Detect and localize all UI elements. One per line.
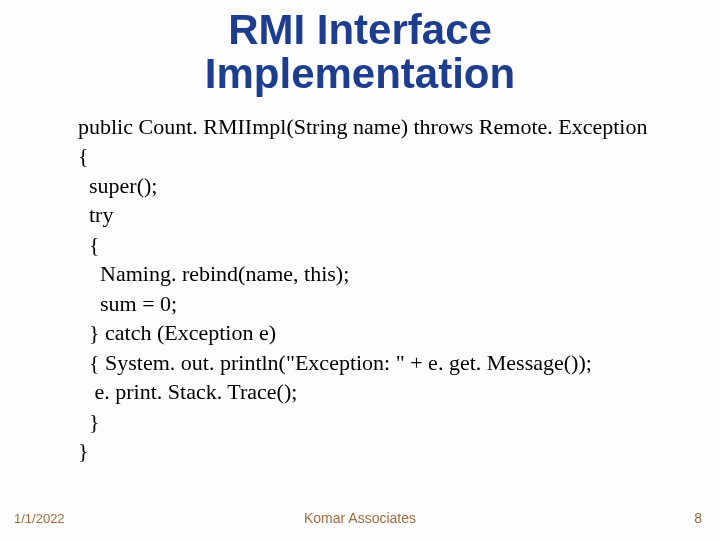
code-snippet: public Count. RMIImpl(String name) throw… — [78, 112, 678, 466]
page-title: RMI Interface Implementation — [0, 0, 720, 96]
slide: RMI Interface Implementation public Coun… — [0, 0, 720, 540]
footer-author: Komar Associates — [0, 510, 720, 526]
title-line-2: Implementation — [205, 50, 515, 97]
footer-page-number: 8 — [694, 510, 702, 526]
title-line-1: RMI Interface — [228, 6, 492, 53]
